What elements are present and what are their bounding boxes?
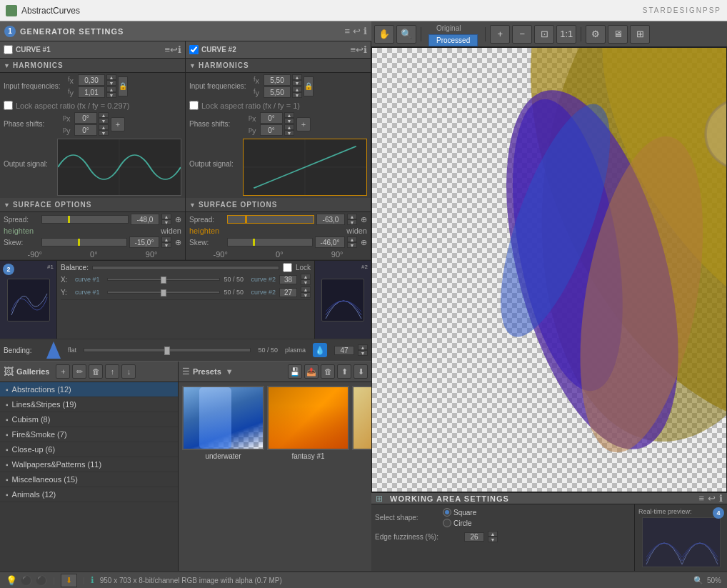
edge-fuzz-down[interactable]: ▼ [488,537,498,542]
curve2-info-icon[interactable]: ℹ [364,44,367,55]
thumb-fantasy[interactable]: fantasy #1 [267,386,349,567]
presets-delete[interactable]: 🗑 [321,364,335,379]
curve2-skew-input[interactable] [315,236,345,248]
curve1-spread-input[interactable] [131,214,159,225]
curve1-spread-slider[interactable] [41,215,129,224]
curve1-px-up[interactable]: ▲ [99,112,109,118]
curve2-spread-slider[interactable] [227,215,314,224]
curve1-info-icon[interactable]: ℹ [178,44,181,55]
balance-slider[interactable] [92,266,279,270]
split-btn[interactable]: ⊞ [630,25,650,44]
actual-size-btn[interactable]: 1:1 [556,25,576,44]
curve1-skew-slider[interactable] [41,238,127,246]
curve2-fx-input[interactable] [264,74,291,86]
galleries-add[interactable]: + [56,364,70,379]
presets-save[interactable]: 💾 [288,364,302,379]
curve1-py-down[interactable]: ▼ [99,130,109,136]
curve1-py-input[interactable] [74,124,97,136]
curve2-spread-up[interactable]: ▲ [347,214,357,219]
galleries-up[interactable]: ↑ [105,364,119,379]
curve2-fx-up[interactable]: ▲ [292,74,302,80]
curve1-checkbox[interactable] [4,45,13,54]
was-undo-icon[interactable]: ↩ [708,493,716,504]
y-slider[interactable] [107,291,220,294]
gallery-item-wallpapers[interactable]: ▪ Wallpapers&Patterns (11) [0,457,178,472]
bending-icon[interactable] [46,342,61,359]
curve2-px-up[interactable]: ▲ [284,112,294,118]
presets-export[interactable]: 📤 [304,364,319,379]
curve1-fy-down[interactable]: ▼ [106,92,116,98]
x-value[interactable] [279,275,297,284]
curve2-fy-input[interactable] [264,86,291,98]
bend-up[interactable]: ▲ [358,344,368,350]
zoom-tool-btn[interactable]: 🔍 [396,25,416,44]
gallery-item-cubism[interactable]: ▪ Cubism (8) [0,412,178,427]
curve1-fx-down[interactable]: ▼ [106,80,116,86]
curve2-spread-expand[interactable]: ⊕ [361,215,367,224]
curve1-px-input[interactable] [74,112,97,124]
fit-btn[interactable]: ⊡ [534,25,554,44]
zoom-out-btn[interactable]: − [512,25,532,44]
curve1-surface-header[interactable]: ▼ SURFACE OPTIONS [0,198,185,212]
curve1-px-down[interactable]: ▼ [99,118,109,124]
curve1-skew-down[interactable]: ▼ [161,242,171,248]
square-radio[interactable] [443,508,451,517]
curve1-skew-up[interactable]: ▲ [161,236,171,242]
y-down[interactable]: ▼ [301,292,311,298]
x-slider[interactable] [107,278,220,281]
curve1-menu-icon[interactable]: ≡ [164,44,170,55]
presets-upload[interactable]: ⬆ [337,364,351,379]
lightbulb-icon[interactable]: 💡 [6,575,17,586]
was-menu-icon[interactable]: ≡ [698,493,704,504]
presets-download[interactable]: ⬇ [354,364,368,379]
curve2-skew-down[interactable]: ▼ [347,242,357,248]
status-download-btn[interactable]: ⬇ [61,574,77,587]
curve2-lock-freq-btn[interactable]: 🔒 [304,76,314,96]
thumb-underwater[interactable]: underwater [182,386,264,567]
was-info-icon[interactable]: ℹ [719,493,723,504]
curve1-phase-add[interactable]: + [111,117,125,131]
bend-value[interactable] [334,346,354,355]
curve2-fy-down[interactable]: ▼ [292,92,302,98]
curve2-py-down[interactable]: ▼ [284,130,294,136]
curve2-lock-check[interactable] [189,101,199,110]
curve2-spread-input[interactable] [316,214,345,225]
curve1-lock-freq-btn[interactable]: 🔒 [118,76,128,96]
curve2-py-up[interactable]: ▲ [284,124,294,130]
bend-down[interactable]: ▼ [358,350,368,356]
gallery-item-lines[interactable]: ▪ Lines&Stripes (19) [0,397,178,412]
circle-option[interactable]: Circle [443,519,476,527]
curve2-spread-down[interactable]: ▼ [347,219,357,225]
settings-btn[interactable]: ⚙ [586,25,606,44]
x-down[interactable]: ▼ [301,279,311,285]
curve2-px-input[interactable] [260,112,283,124]
curve2-harmonics-header[interactable]: ▼ HARMONICS [186,59,371,73]
gallery-item-misc[interactable]: ▪ Miscellaneous (15) [0,472,178,487]
y-value[interactable] [279,288,297,297]
lock-checkbox[interactable] [283,263,292,272]
gallery-item-closeup[interactable]: ▪ Close-up (6) [0,442,178,457]
curve2-px-down[interactable]: ▼ [284,118,294,124]
circle-radio[interactable] [443,519,451,527]
y-up[interactable]: ▲ [301,286,311,292]
curve1-py-up[interactable]: ▲ [99,124,109,130]
curve1-lock-check[interactable] [4,101,13,110]
curve2-fx-down[interactable]: ▼ [292,80,302,86]
curve2-skew-expand[interactable]: ⊕ [361,238,367,247]
menu-icon[interactable]: ≡ [344,26,350,36]
plasma-icon[interactable]: 💧 [313,343,327,357]
curve1-fy-up[interactable]: ▲ [106,86,116,92]
curve2-checkbox[interactable] [189,45,199,54]
curve1-spread-down[interactable]: ▼ [161,219,171,225]
curve2-py-input[interactable] [260,124,283,136]
dot-icon[interactable]: ⚫ [21,575,32,586]
curve1-harmonics-header[interactable]: ▼ HARMONICS [0,59,185,73]
dot-icon2[interactable]: ⚫ [36,575,47,586]
gallery-item-fire[interactable]: ▪ Fire&Smoke (7) [0,427,178,442]
gallery-item-animals[interactable]: ▪ Animals (12) [0,487,178,502]
curve1-fy-input[interactable] [78,86,105,98]
curve2-menu-icon[interactable]: ≡ [350,44,356,55]
hand-tool-btn[interactable]: ✋ [374,25,394,44]
bending-slider[interactable] [84,348,251,352]
curve2-skew-up[interactable]: ▲ [347,236,357,242]
